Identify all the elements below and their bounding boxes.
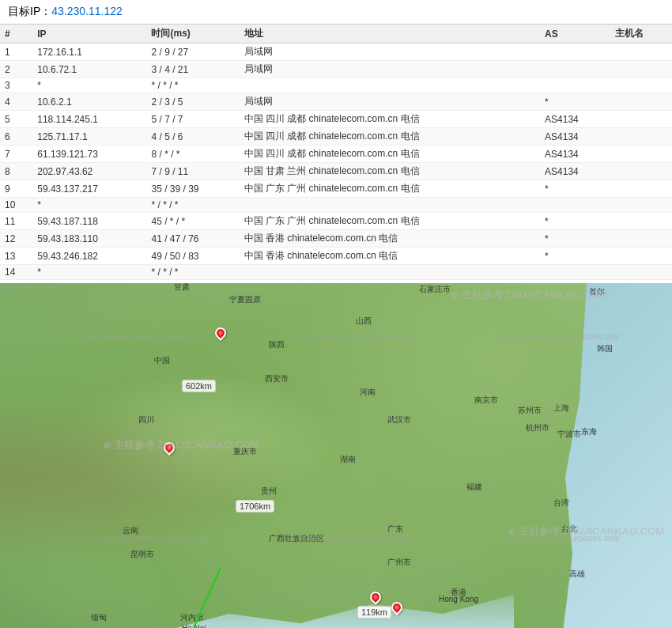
table-cell-r10-c5 [610, 213, 672, 230]
map-section: 甘肃宁夏固原石家庄市首尔山西陕西中国西安市韩国河南南京市苏州市上海四川武汉市杭州… [0, 283, 672, 628]
table-cell-r0-c3: 局域网 [240, 44, 540, 61]
table-cell-r4-c0: 5 [0, 111, 32, 128]
header: 目标IP：43.230.11.122 [0, 0, 672, 25]
table-row: 3** / * / * [0, 78, 672, 93]
table-cell-r6-c2: 8 / * / * [146, 146, 239, 163]
table-cell-r5-c5 [610, 128, 672, 146]
table-body: 1172.16.1.12 / 9 / 27局域网210.6.72.13 / 4 … [0, 44, 672, 280]
table-cell-r13-c2: * / * / * [146, 265, 239, 280]
table-cell-r4-c4: AS4134 [540, 111, 610, 128]
table-cell-r3-c4: * [540, 93, 610, 111]
table-cell-r13-c1: * [32, 265, 146, 280]
table-cell-r9-c3 [240, 198, 540, 213]
target-ip-link[interactable]: 43.230.11.122 [51, 5, 123, 17]
table-cell-r5-c1: 125.71.17.1 [32, 128, 146, 146]
table-cell-r5-c0: 6 [0, 128, 32, 146]
table-cell-r11-c3: 中国 香港 chinatelecom.com.cn 电信 [240, 230, 540, 248]
table-cell-r4-c2: 5 / 7 / 7 [146, 111, 239, 128]
table-cell-r2-c0: 3 [0, 78, 32, 93]
col-ip: IP [32, 25, 146, 44]
distance-label-1: 1706km [236, 500, 274, 513]
table-cell-r5-c2: 4 / 5 / 6 [146, 128, 239, 146]
table-cell-r3-c2: 2 / 3 / 5 [146, 93, 239, 111]
col-as: AS [540, 25, 610, 44]
table-cell-r2-c1: * [32, 78, 146, 93]
distance-label-2: 119km [357, 606, 391, 619]
table-cell-r2-c2: * / * / * [146, 78, 239, 93]
table-cell-r0-c4 [540, 44, 610, 61]
table-cell-r4-c5 [610, 111, 672, 128]
table-cell-r10-c4: * [540, 213, 610, 230]
distance-label-0: 602km [182, 380, 216, 392]
table-cell-r2-c5 [610, 78, 672, 93]
table-cell-r8-c5 [610, 180, 672, 198]
table-cell-r9-c4 [540, 198, 610, 213]
table-cell-r7-c1: 202.97.43.62 [32, 163, 146, 180]
table-cell-r4-c3: 中国 四川 成都 chinatelecom.com.cn 电信 [240, 111, 540, 128]
table-row: 959.43.137.21735 / 39 / 39中国 广东 广州 china… [0, 180, 672, 198]
col-num: # [0, 25, 32, 44]
table-cell-r13-c4 [540, 265, 610, 280]
table-cell-r8-c3: 中国 广东 广州 chinatelecom.com.cn 电信 [240, 180, 540, 198]
table-cell-r9-c1: * [32, 198, 146, 213]
table-cell-r7-c0: 8 [0, 163, 32, 180]
table-cell-r13-c3 [240, 265, 540, 280]
table-cell-r11-c4: * [540, 230, 610, 248]
table-row: 1172.16.1.12 / 9 / 27局域网 [0, 44, 672, 61]
table-cell-r12-c3: 中国 香港 chinatelecom.com.cn 电信 [240, 248, 540, 265]
table-row: 6125.71.17.14 / 5 / 6中国 四川 成都 chinatelec… [0, 128, 672, 146]
table-cell-r0-c2: 2 / 9 / 27 [146, 44, 239, 61]
table-cell-r12-c2: 49 / 50 / 83 [146, 248, 239, 265]
table-cell-r4-c1: 118.114.245.1 [32, 111, 146, 128]
table-cell-r9-c5 [610, 198, 672, 213]
table-cell-r5-c3: 中国 四川 成都 chinatelecom.com.cn 电信 [240, 128, 540, 146]
table-cell-r12-c4: * [540, 248, 610, 265]
table-cell-r2-c3 [240, 78, 540, 93]
table-row: 10** / * / * [0, 198, 672, 213]
table-cell-r10-c1: 59.43.187.118 [32, 213, 146, 230]
table-row: 8202.97.43.627 / 9 / 11中国 甘肃 兰州 chinatel… [0, 163, 672, 180]
table-cell-r1-c3: 局域网 [240, 61, 540, 78]
table-row: 5118.114.245.15 / 7 / 7中国 四川 成都 chinatel… [0, 111, 672, 128]
table-cell-r6-c4: AS4134 [540, 146, 610, 163]
table-cell-r10-c3: 中国 广东 广州 chinatelecom.com.cn 电信 [240, 213, 540, 230]
table-cell-r5-c4: AS4134 [540, 128, 610, 146]
table-cell-r13-c5 [610, 265, 672, 280]
table-cell-r7-c4: AS4134 [540, 163, 610, 180]
col-location: 地址 [240, 25, 540, 44]
table-cell-r11-c5 [610, 230, 672, 248]
target-ip-label: 目标IP： [8, 5, 51, 17]
traceroute-table: # IP 时间(ms) 地址 AS 主机名 1172.16.1.12 / 9 /… [0, 25, 672, 280]
table-row: 761.139.121.738 / * / *中国 四川 成都 chinatel… [0, 146, 672, 163]
table-cell-r7-c5 [610, 163, 672, 180]
table-cell-r6-c0: 7 [0, 146, 32, 163]
table-cell-r6-c3: 中国 四川 成都 chinatelecom.com.cn 电信 [240, 146, 540, 163]
table-cell-r3-c1: 10.6.2.1 [32, 93, 146, 111]
table-cell-r0-c0: 1 [0, 44, 32, 61]
table-row: 14** / * / * [0, 265, 672, 280]
table-row: 1159.43.187.11845 / * / *中国 广东 广州 chinat… [0, 213, 672, 230]
table-cell-r13-c0: 14 [0, 265, 32, 280]
traceroute-table-section: # IP 时间(ms) 地址 AS 主机名 1172.16.1.12 / 9 /… [0, 25, 672, 283]
table-cell-r6-c1: 61.139.121.73 [32, 146, 146, 163]
table-cell-r8-c4: * [540, 180, 610, 198]
table-cell-r1-c1: 10.6.72.1 [32, 61, 146, 78]
table-cell-r1-c2: 3 / 4 / 21 [146, 61, 239, 78]
table-row: 1259.43.183.11041 / 47 / 76中国 香港 chinate… [0, 230, 672, 248]
table-cell-r8-c0: 9 [0, 180, 32, 198]
table-row: 1359.43.246.18249 / 50 / 83中国 香港 chinate… [0, 248, 672, 265]
table-cell-r11-c2: 41 / 47 / 76 [146, 230, 239, 248]
table-cell-r8-c1: 59.43.137.217 [32, 180, 146, 198]
col-time: 时间(ms) [146, 25, 239, 44]
table-cell-r12-c1: 59.43.246.182 [32, 248, 146, 265]
table-cell-r10-c0: 11 [0, 213, 32, 230]
table-cell-r9-c2: * / * / * [146, 198, 239, 213]
table-cell-r6-c5 [610, 146, 672, 163]
table-cell-r1-c4 [540, 61, 610, 78]
table-cell-r11-c1: 59.43.183.110 [32, 230, 146, 248]
table-cell-r9-c0: 10 [0, 198, 32, 213]
table-cell-r3-c5 [610, 93, 672, 111]
table-cell-r3-c0: 4 [0, 93, 32, 111]
col-hostname: 主机名 [610, 25, 672, 44]
table-cell-r7-c3: 中国 甘肃 兰州 chinatelecom.com.cn 电信 [240, 163, 540, 180]
